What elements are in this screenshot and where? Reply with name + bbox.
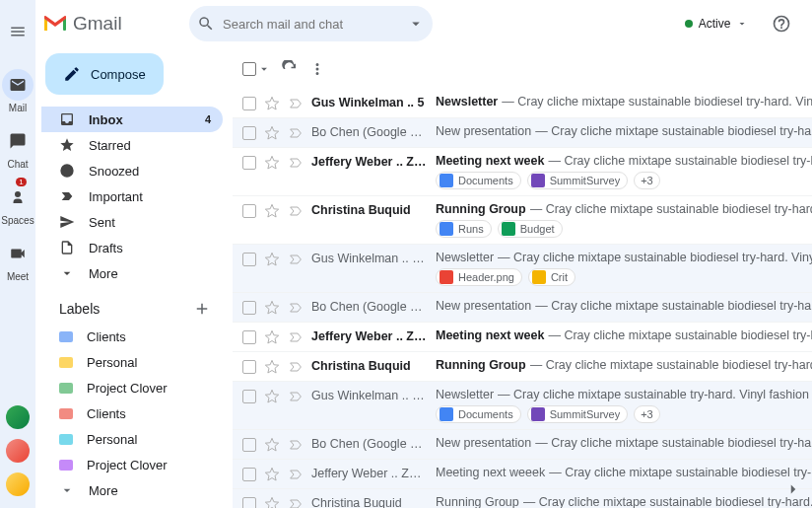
importance-marker[interactable]	[288, 496, 304, 508]
importance-marker[interactable]	[288, 203, 304, 219]
refresh-button[interactable]	[281, 60, 299, 78]
label-item[interactable]: Project Clover	[41, 375, 223, 400]
attachment-chips: RunsBudget	[436, 220, 812, 238]
row-checkbox[interactable]	[242, 330, 256, 344]
star-button[interactable]	[264, 155, 280, 171]
docs-icon	[440, 407, 453, 421]
labels-header: Labels	[59, 301, 100, 317]
compose-button[interactable]: Compose	[45, 53, 164, 95]
chip-label: Runs	[458, 223, 484, 235]
search-bar[interactable]	[189, 6, 433, 41]
chip-more[interactable]: +3	[634, 172, 660, 189]
star-button[interactable]	[264, 96, 280, 111]
star-button[interactable]	[264, 437, 280, 453]
star-button[interactable]	[264, 467, 280, 482]
labels-more[interactable]: More	[41, 477, 223, 503]
label-item[interactable]: Personal	[41, 349, 223, 375]
row-checkbox[interactable]	[242, 156, 256, 170]
row-checkbox[interactable]	[242, 204, 256, 218]
importance-marker[interactable]	[288, 300, 304, 316]
main-menu-button[interactable]	[0, 14, 35, 49]
nav-sent[interactable]: Sent	[41, 209, 223, 235]
email-row[interactable]: Christina Buquid Running Group— Cray cli…	[233, 196, 812, 245]
attachment-chip[interactable]: Documents	[436, 172, 521, 189]
attachment-chip[interactable]: SummitSurvey	[527, 405, 629, 423]
email-row[interactable]: Gus Winkelman .. 5 Newsletter— Cray clic…	[233, 89, 812, 118]
email-row[interactable]: Christina Buquid Running Group— Cray cli…	[233, 352, 812, 382]
settings-button[interactable]	[807, 6, 812, 41]
attachment-chip[interactable]: SummitSurvey	[527, 172, 629, 189]
attachment-chip[interactable]: Documents	[436, 405, 521, 423]
importance-marker[interactable]	[288, 155, 304, 171]
help-button[interactable]	[764, 6, 799, 41]
row-checkbox[interactable]	[242, 360, 256, 374]
nav-important[interactable]: Important	[41, 183, 223, 209]
status-chip[interactable]: Active	[677, 13, 757, 35]
star-button[interactable]	[264, 125, 280, 141]
importance-marker[interactable]	[288, 389, 304, 404]
importance-marker[interactable]	[288, 329, 304, 345]
nav-count: 4	[205, 113, 211, 125]
star-button[interactable]	[264, 389, 280, 404]
gmail-logo[interactable]: Gmail	[43, 13, 181, 35]
avatar[interactable]	[6, 472, 30, 496]
nav-inbox[interactable]: Inbox4	[41, 107, 223, 132]
chip-more[interactable]: +3	[634, 405, 660, 423]
nav-drafts[interactable]: Drafts	[41, 235, 223, 260]
email-row[interactable]: Jeffery Weber .. Zoe .. 2 Meeting next w…	[233, 460, 812, 489]
rail-meet[interactable]: Meet	[1, 232, 34, 288]
row-checkbox[interactable]	[242, 301, 256, 315]
row-checkbox[interactable]	[242, 438, 256, 452]
row-checkbox[interactable]	[242, 390, 256, 403]
attachment-chip[interactable]: Header.png	[436, 268, 522, 286]
chevron-down-icon[interactable]	[257, 62, 271, 76]
star-button[interactable]	[264, 359, 280, 375]
email-row[interactable]: Bo Chen (Google Slides) New presentation…	[233, 118, 812, 148]
chip-label: SummitSurvey	[550, 175, 621, 186]
row-checkbox[interactable]	[242, 126, 256, 140]
search-input[interactable]	[223, 17, 399, 32]
row-checkbox[interactable]	[242, 497, 256, 508]
email-row[interactable]: Jeffery Weber .. Zoe .. 2 Meeting next w…	[233, 148, 812, 196]
importance-marker[interactable]	[288, 96, 304, 111]
label-item[interactable]: Clients	[41, 324, 223, 349]
email-row[interactable]: Jeffery Weber .. Zoe .. 2 Meeting next w…	[233, 323, 812, 352]
star-button[interactable]	[264, 496, 280, 508]
star-button[interactable]	[264, 300, 280, 316]
importance-marker[interactable]	[288, 252, 304, 267]
row-checkbox[interactable]	[242, 97, 256, 110]
add-label-button[interactable]	[193, 300, 211, 318]
email-row[interactable]: Christina Buquid Running Group— Cray cli…	[233, 489, 812, 508]
attachment-chip[interactable]: Budget	[498, 220, 563, 238]
hide-panel-button[interactable]	[784, 480, 802, 498]
attachment-chip[interactable]: Runs	[436, 220, 492, 238]
email-row[interactable]: Gus Winkelman .. Sam .. 5 Newsletter— Cr…	[233, 382, 812, 430]
star-button[interactable]	[264, 252, 280, 267]
star-button[interactable]	[264, 203, 280, 219]
attachment-chip[interactable]: Crit	[528, 268, 575, 286]
importance-marker[interactable]	[288, 467, 304, 482]
label-item[interactable]: Project Clover	[41, 452, 223, 477]
email-row[interactable]: Bo Chen (Google Slides) New presentation…	[233, 430, 812, 460]
more-button[interactable]	[308, 60, 326, 78]
row-checkbox[interactable]	[242, 253, 256, 266]
nav-snoozed[interactable]: Snoozed	[41, 158, 223, 183]
label-item[interactable]: Clients	[41, 400, 223, 426]
row-checkbox[interactable]	[242, 468, 256, 481]
label-item[interactable]: Personal	[41, 426, 223, 452]
nav-more[interactable]: More	[41, 260, 223, 286]
email-row[interactable]: Gus Winkelman .. Sam .. 5 Newsletter— Cr…	[233, 245, 812, 293]
star-button[interactable]	[264, 329, 280, 345]
avatar[interactable]	[6, 439, 30, 463]
select-all-checkbox[interactable]	[242, 62, 256, 76]
email-row[interactable]: Bo Chen (Google Slides) New presentation…	[233, 293, 812, 323]
importance-marker[interactable]	[288, 125, 304, 141]
search-options-icon[interactable]	[407, 15, 425, 33]
nav-starred[interactable]: Starred	[41, 132, 223, 158]
importance-marker[interactable]	[288, 437, 304, 453]
rail-spaces[interactable]: 1Spaces	[1, 176, 34, 232]
rail-mail[interactable]: Mail	[1, 63, 34, 119]
avatar[interactable]	[6, 405, 30, 429]
importance-marker[interactable]	[288, 359, 304, 375]
rail-chat[interactable]: Chat	[1, 119, 34, 176]
